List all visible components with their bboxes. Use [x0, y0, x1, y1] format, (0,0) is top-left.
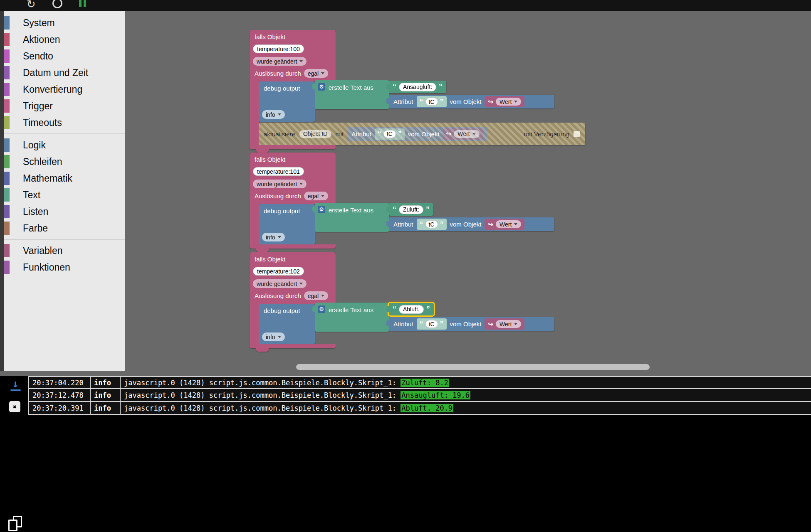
create-text-block[interactable]: ⚙ erstelle Text aus — [315, 303, 389, 332]
caret-icon — [278, 336, 281, 338]
trigger-filter-dropdown[interactable]: egal — [304, 69, 328, 78]
text-value-block-selected[interactable]: “ Abluft. ” — [389, 303, 434, 315]
create-text-block[interactable]: ⚙ erstelle Text aus — [315, 203, 389, 232]
attribute-block[interactable]: Attribut “ tC ” vom Objekt ↪ Wert — [389, 317, 554, 331]
category-label: Mathematik — [23, 173, 72, 184]
attribute-name-field[interactable]: tC — [425, 98, 438, 106]
toolbox-category-aktionen[interactable]: Aktionen — [4, 31, 125, 48]
toolbox-category-sendto[interactable]: Sendto — [4, 48, 125, 64]
toolbox-category-logik[interactable]: Logik — [4, 137, 125, 153]
log-highlight: Abluft. 20.9 — [401, 404, 453, 412]
category-color-chip — [4, 99, 10, 113]
toolbox-category-konvertierung[interactable]: Konvertierung — [4, 81, 125, 98]
object-id-field[interactable]: Object ID — [299, 130, 331, 138]
trigger-filter-dropdown[interactable]: egal — [304, 192, 328, 200]
attribute-name-block[interactable]: “ tC ” — [375, 128, 405, 140]
toolbox-edge — [0, 11, 4, 371]
clear-log-icon[interactable]: ✖ — [9, 401, 20, 412]
loglevel-dropdown[interactable]: info — [262, 110, 285, 119]
attribute-block[interactable]: Attribut “ tC ” vom Objekt ↪ Wert — [389, 217, 554, 231]
horizontal-scrollbar[interactable] — [296, 364, 650, 370]
category-label: Listen — [23, 206, 48, 217]
text-value-block[interactable]: “ Zuluft: ” — [389, 203, 433, 216]
block-label: Auslösung durch — [255, 70, 301, 77]
toolbox-category-schleifen[interactable]: Schleifen — [4, 153, 125, 170]
attribute-name-field[interactable]: tC — [425, 220, 438, 228]
attribute-name-field[interactable]: tC — [383, 130, 396, 138]
create-text-block[interactable]: ⚙ erstelle Text aus — [315, 80, 389, 109]
attribute-block-disabled[interactable]: Attribut “ tC ” vom Objekt ↪ Wert — [347, 127, 487, 141]
mutator-gear-icon[interactable]: ⚙ — [318, 305, 325, 313]
pause-icon[interactable] — [79, 0, 86, 7]
attribute-name-block[interactable]: “ tC ” — [417, 96, 447, 107]
toolbox-category-variablen[interactable]: Variablen — [4, 242, 125, 259]
toolbox-category-farbe[interactable]: Farbe — [4, 220, 125, 236]
log-row[interactable]: 20:37:20.391 info javascript.0 (1428) sc… — [28, 402, 811, 415]
log-row[interactable]: 20:37:12.478 info javascript.0 (1428) sc… — [28, 389, 811, 402]
change-mode-dropdown[interactable]: wurde geändert — [253, 279, 307, 288]
falls-objekt-block-2[interactable]: falls Objekt temperature:101 wurde geänd… — [250, 153, 336, 204]
value-type-dropdown[interactable]: Wert — [496, 320, 521, 328]
trigger-block-2[interactable]: falls Objekt temperature:101 wurde geänd… — [250, 153, 588, 254]
object-value-block[interactable]: ↪ Wert — [485, 96, 524, 107]
change-mode-dropdown[interactable]: wurde geändert — [253, 57, 307, 66]
toolbox-category-funktionen[interactable]: Funktionen — [4, 259, 125, 276]
mutator-gear-icon[interactable]: ⚙ — [318, 83, 325, 91]
debug-output-block[interactable]: debug output info — [259, 204, 315, 244]
dropdown-label: Wert — [499, 99, 512, 105]
debug-output-block[interactable]: debug output info — [259, 81, 315, 122]
toolbox-category-timeouts[interactable]: Timeouts — [4, 114, 125, 131]
attribute-name-block[interactable]: “ tC ” — [417, 318, 447, 330]
value-arrow-icon: ↪ — [488, 320, 493, 328]
loglevel-dropdown[interactable]: info — [262, 233, 285, 241]
value-type-dropdown[interactable]: Wert — [496, 220, 521, 228]
trigger-block-1[interactable]: falls Objekt temperature:100 wurde geänd… — [250, 30, 588, 155]
attribute-name-field[interactable]: tC — [425, 320, 438, 328]
trigger-filter-dropdown[interactable]: egal — [304, 291, 328, 300]
attribute-block[interactable]: Attribut “ tC ” vom Objekt ↪ Wert — [389, 95, 554, 108]
record-icon[interactable] — [52, 0, 62, 8]
quote-close-icon: ” — [440, 320, 444, 328]
reload-icon[interactable]: ↻ — [27, 2, 36, 6]
toolbox-category-text[interactable]: Text — [4, 187, 125, 203]
caret-icon — [278, 236, 281, 238]
value-type-dropdown[interactable]: Wert — [454, 130, 479, 138]
trigger-condition-row: Auslösung durch egal — [255, 192, 328, 200]
caret-icon — [299, 60, 303, 62]
object-id-field[interactable]: temperature:102 — [253, 267, 304, 276]
trigger-block-3[interactable]: falls Objekt temperature:102 wurde geänd… — [250, 252, 588, 358]
attribute-name-block[interactable]: “ tC ” — [417, 219, 447, 230]
toolbox-category-trigger[interactable]: Trigger — [4, 98, 125, 114]
toolbox-category-datum-und-zeit[interactable]: Datum und Zeit — [4, 64, 125, 81]
value-type-dropdown[interactable]: Wert — [496, 98, 521, 106]
change-mode-dropdown[interactable]: wurde geändert — [253, 180, 307, 188]
falls-objekt-block-1[interactable]: falls Objekt temperature:100 wurde geänd… — [250, 30, 336, 81]
object-value-block[interactable]: ↪ Wert — [485, 318, 524, 330]
mutator-gear-icon[interactable]: ⚙ — [318, 206, 325, 213]
delay-checkbox[interactable] — [573, 131, 580, 138]
update-object-block-disabled[interactable]: aktualisiere Object ID mit Attribut “ tC… — [259, 123, 585, 145]
object-id-field[interactable]: temperature:101 — [253, 167, 304, 176]
caret-icon — [299, 283, 303, 285]
object-id-field[interactable]: temperature:100 — [253, 44, 304, 53]
category-color-chip — [4, 188, 10, 202]
toolbox-category-mathematik[interactable]: Mathematik — [4, 170, 125, 187]
toolbox-category-system[interactable]: System — [4, 15, 125, 31]
toolbox-category-listen[interactable]: Listen — [4, 203, 125, 220]
copy-log-icon[interactable] — [8, 516, 22, 532]
text-field[interactable]: Zuluft: — [399, 205, 423, 214]
text-field[interactable]: Ansaugluft: — [399, 83, 436, 91]
category-color-chip — [4, 205, 10, 218]
category-color-chip — [4, 138, 10, 152]
loglevel-dropdown[interactable]: info — [262, 332, 285, 341]
block-label: erstelle Text aus — [329, 207, 373, 214]
object-value-block[interactable]: ↪ Wert — [443, 128, 483, 140]
log-row[interactable]: 20:37:04.220 info javascript.0 (1428) sc… — [28, 376, 811, 389]
debug-output-block[interactable]: debug output info — [259, 304, 315, 344]
falls-objekt-block-3[interactable]: falls Objekt temperature:102 wurde geänd… — [250, 252, 336, 304]
text-value-block[interactable]: “ Ansaugluft: ” — [389, 81, 446, 93]
download-log-icon[interactable]: ↓ — [7, 379, 23, 391]
text-field[interactable]: Abluft. — [399, 305, 424, 314]
block-spine — [250, 304, 259, 344]
object-value-block[interactable]: ↪ Wert — [485, 219, 524, 230]
